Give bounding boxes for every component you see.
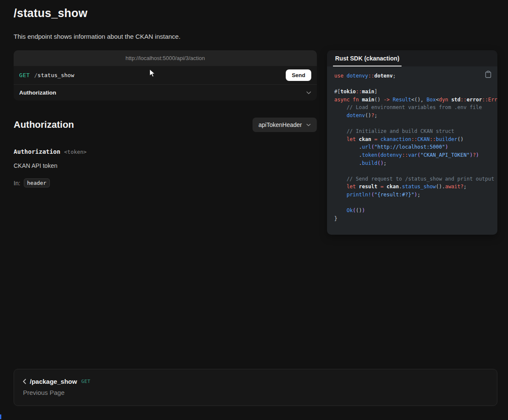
auth-scheme-dropdown[interactable]: apiTokenHeader bbox=[253, 118, 317, 132]
previous-page-method: GET bbox=[81, 379, 90, 384]
code-panel-header: Rust SDK (ckanaction) bbox=[327, 50, 497, 66]
left-column: http://localhost:5000/api/3/action GET /… bbox=[14, 50, 317, 187]
auth-param-row: Authorization <token> bbox=[14, 148, 317, 155]
request-path-name: status_show bbox=[37, 72, 74, 78]
send-button[interactable]: Send bbox=[286, 69, 311, 81]
http-method-badge: GET bbox=[19, 72, 30, 78]
authorization-collapse-row[interactable]: Authorization bbox=[14, 85, 317, 101]
previous-page-top-row: /package_show GET bbox=[23, 378, 488, 385]
footer-navigation: /package_show GET Previous Page bbox=[14, 369, 497, 406]
chevron-down-icon bbox=[306, 124, 311, 127]
previous-page-path: /package_show bbox=[30, 378, 77, 385]
auth-scheme-selected: apiTokenHeader bbox=[258, 121, 302, 128]
api-request-card: http://localhost:5000/api/3/action GET /… bbox=[14, 50, 317, 101]
auth-param-type: <token> bbox=[64, 149, 87, 155]
authorization-collapse-label: Authorization bbox=[19, 89, 56, 96]
auth-param-description: CKAN API token bbox=[14, 162, 317, 169]
base-url-bar[interactable]: http://localhost:5000/api/3/action bbox=[14, 50, 317, 66]
page-title: /status_show bbox=[14, 7, 497, 20]
code-sample-panel: Rust SDK (ckanaction) use dotenvy::doten… bbox=[327, 50, 497, 235]
chevron-down-icon bbox=[306, 91, 311, 95]
request-path-slash: / bbox=[34, 72, 37, 78]
main-content: http://localhost:5000/api/3/action GET /… bbox=[14, 50, 497, 369]
page-description: This endpoint shows information about th… bbox=[14, 33, 497, 40]
base-url-text: http://localhost:5000/api/3/action bbox=[126, 55, 205, 61]
code-area: use dotenvy::dotenv; #[tokio::main] asyn… bbox=[327, 66, 497, 235]
authorization-heading-row: Authorization apiTokenHeader bbox=[14, 118, 317, 132]
copy-clipboard-icon[interactable] bbox=[484, 70, 492, 80]
request-row: GET /status_show Send bbox=[14, 66, 317, 84]
request-path: /status_show bbox=[34, 72, 74, 78]
corner-accent-bar bbox=[0, 414, 1, 419]
auth-param-name: Authorization bbox=[14, 148, 60, 155]
authorization-heading: Authorization bbox=[14, 119, 74, 130]
chevron-left-icon bbox=[23, 379, 26, 384]
in-value-badge: header bbox=[24, 178, 50, 187]
code-block: use dotenvy::dotenv; #[tokio::main] asyn… bbox=[327, 66, 497, 231]
tab-rust-sdk[interactable]: Rust SDK (ckanaction) bbox=[333, 55, 402, 66]
auth-param-location-row: In: header bbox=[14, 178, 317, 187]
previous-page-label: Previous Page bbox=[23, 389, 488, 396]
in-label: In: bbox=[14, 180, 20, 187]
previous-page-link[interactable]: /package_show GET Previous Page bbox=[14, 369, 497, 406]
